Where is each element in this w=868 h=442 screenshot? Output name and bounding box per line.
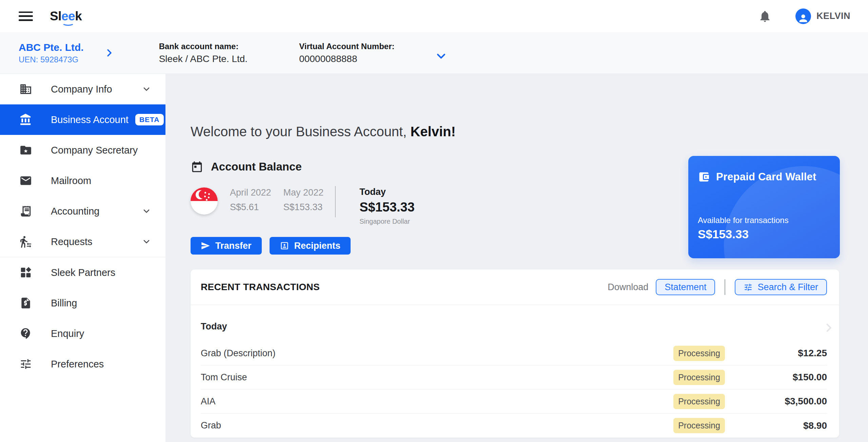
chevron-right-icon bbox=[823, 322, 834, 334]
send-icon bbox=[201, 241, 210, 250]
transaction-name: Grab (Description) bbox=[201, 348, 673, 359]
search-filter-label: Search & Filter bbox=[757, 282, 818, 293]
transaction-amount: $150.00 bbox=[725, 372, 827, 383]
transfer-button[interactable]: Transfer bbox=[191, 237, 262, 255]
bell-icon[interactable] bbox=[758, 9, 772, 23]
today-balance: S$153.33 bbox=[359, 200, 415, 215]
user-name[interactable]: KELVIN bbox=[816, 11, 850, 21]
chevron-down-icon bbox=[142, 237, 151, 246]
invoice-icon bbox=[19, 297, 32, 309]
period-label: April 2022 bbox=[230, 187, 271, 198]
filter-sliders-icon bbox=[744, 283, 753, 292]
prepaid-card-amount: S$153.33 bbox=[698, 227, 840, 241]
transaction-name: Grab bbox=[201, 420, 673, 431]
bank-account-name-label: Bank account name: bbox=[159, 42, 248, 51]
sidebar-item-mailroom[interactable]: Mailroom bbox=[0, 165, 165, 196]
recipients-label: Recipients bbox=[294, 241, 341, 251]
sidebar-item-billing[interactable]: Billing bbox=[0, 288, 165, 318]
prepaid-card-subtitle: Available for transactions bbox=[698, 216, 840, 225]
today-label: Today bbox=[359, 187, 415, 197]
chevron-down-icon[interactable] bbox=[435, 50, 447, 62]
prepaid-card-wallet[interactable]: Prepaid Card Wallet Available for transa… bbox=[688, 156, 840, 258]
topbar: Sleek KELVIN bbox=[0, 0, 868, 32]
status-badge: Processing bbox=[673, 418, 725, 433]
virtual-account-number-field: Virtual Account Number: 00000088888 bbox=[299, 42, 394, 64]
transaction-amount: $12.25 bbox=[725, 348, 827, 359]
transactions-group-title: Today bbox=[201, 305, 827, 341]
transaction-row[interactable]: Grab (Description) Processing $12.25 bbox=[201, 341, 827, 365]
sidebar-item-sleek-partners[interactable]: Sleek Partners bbox=[0, 257, 165, 288]
virtual-account-number-label: Virtual Account Number: bbox=[299, 42, 394, 51]
transaction-status: Processing bbox=[673, 346, 725, 361]
bank-account-name-value: Sleek / ABC Pte. Ltd. bbox=[159, 54, 248, 64]
sidebar-item-business-account[interactable]: Business Account BETA bbox=[0, 104, 165, 135]
avatar[interactable] bbox=[795, 8, 811, 24]
controls-divider bbox=[725, 279, 725, 295]
sidebar-item-company-secretary[interactable]: Company Secretary bbox=[0, 135, 165, 165]
download-label: Download bbox=[608, 282, 648, 293]
sidebar-item-label: Accounting bbox=[51, 206, 100, 217]
statement-button[interactable]: Statement bbox=[656, 279, 715, 295]
status-badge: Processing bbox=[673, 394, 725, 409]
currency-label: Singapore Dollar bbox=[359, 218, 415, 225]
company-switcher[interactable]: ABC Pte. Ltd. UEN: 5928473G bbox=[19, 42, 84, 64]
transactions-controls: Download Statement Search & Filter bbox=[608, 279, 827, 295]
period-value: S$5.61 bbox=[230, 202, 271, 213]
body-row: Company Info Business Account BETA Compa… bbox=[0, 74, 868, 442]
prepaid-card-title: Prepaid Card Wallet bbox=[716, 171, 816, 183]
sidebar-item-accounting[interactable]: Accounting bbox=[0, 196, 165, 226]
transaction-name: AIA bbox=[201, 396, 673, 407]
sidebar-item-enquiry[interactable]: Enquiry bbox=[0, 318, 165, 349]
sidebar: Company Info Business Account BETA Compa… bbox=[0, 74, 165, 442]
sliders-icon bbox=[19, 358, 32, 370]
topbar-right: KELVIN bbox=[758, 8, 850, 24]
envelope-icon bbox=[19, 174, 32, 187]
beta-badge: BETA bbox=[135, 114, 164, 125]
logo-k: k bbox=[75, 9, 82, 23]
search-filter-button[interactable]: Search & Filter bbox=[735, 279, 827, 295]
subheader: ABC Pte. Ltd. UEN: 5928473G Bank account… bbox=[0, 32, 868, 74]
sleek-logo[interactable]: Sleek bbox=[50, 9, 82, 23]
transaction-row[interactable]: Grab Processing $8.90 bbox=[201, 414, 827, 438]
bank-account-name-field: Bank account name: Sleek / ABC Pte. Ltd. bbox=[159, 42, 248, 64]
section-title-text: Account Balance bbox=[211, 160, 302, 173]
period-label: May 2022 bbox=[283, 187, 324, 198]
chevron-down-icon bbox=[142, 206, 151, 216]
sidebar-item-label: Requests bbox=[51, 236, 93, 247]
sidebar-item-label: Company Secretary bbox=[51, 145, 138, 156]
sidebar-item-label: Mailroom bbox=[51, 175, 91, 186]
sidebar-item-label: Billing bbox=[51, 298, 77, 309]
contact-card-icon bbox=[280, 241, 289, 250]
sidebar-item-preferences[interactable]: Preferences bbox=[0, 349, 165, 379]
recipients-button[interactable]: Recipients bbox=[270, 237, 351, 255]
page-title: Welcome to your Business Account, Kelvin… bbox=[191, 74, 868, 139]
logo-smile bbox=[62, 20, 74, 26]
logo-text: Sl bbox=[50, 9, 61, 23]
transactions-list: Today Grab (Description) Processing $12.… bbox=[191, 305, 839, 438]
receipt-icon bbox=[19, 205, 32, 218]
person-icon bbox=[797, 13, 809, 24]
transaction-row[interactable]: Tom Cruise Processing $150.00 bbox=[201, 365, 827, 389]
balance-today: Today S$153.33 Singapore Dollar bbox=[359, 187, 415, 225]
prepaid-card-header: Prepaid Card Wallet bbox=[698, 171, 840, 183]
sidebar-item-requests[interactable]: Requests bbox=[0, 226, 165, 257]
calendar-wallet-icon bbox=[191, 160, 203, 173]
bank-icon bbox=[19, 113, 32, 126]
main-content: Welcome to your Business Account, Kelvin… bbox=[165, 74, 868, 442]
wallet-icon bbox=[698, 171, 710, 183]
transaction-status: Processing bbox=[673, 370, 725, 385]
folder-star-icon bbox=[19, 144, 32, 157]
transactions-title: RECENT TRANSACTIONS bbox=[201, 282, 320, 293]
grid-shapes-icon bbox=[19, 266, 32, 279]
vertical-divider bbox=[335, 186, 336, 217]
transaction-amount: $8.90 bbox=[725, 420, 827, 431]
sidebar-item-company-info[interactable]: Company Info bbox=[0, 74, 165, 104]
transaction-status: Processing bbox=[673, 418, 725, 433]
transaction-row[interactable]: AIA Processing $3,500.00 bbox=[201, 389, 827, 414]
chevron-right-icon[interactable] bbox=[104, 48, 114, 58]
sidebar-item-label: Enquiry bbox=[51, 328, 84, 339]
building-icon bbox=[19, 83, 32, 96]
sidebar-item-label: Business Account bbox=[51, 114, 129, 125]
transactions-header: RECENT TRANSACTIONS Download Statement S… bbox=[191, 269, 839, 305]
menu-icon[interactable] bbox=[19, 12, 33, 21]
